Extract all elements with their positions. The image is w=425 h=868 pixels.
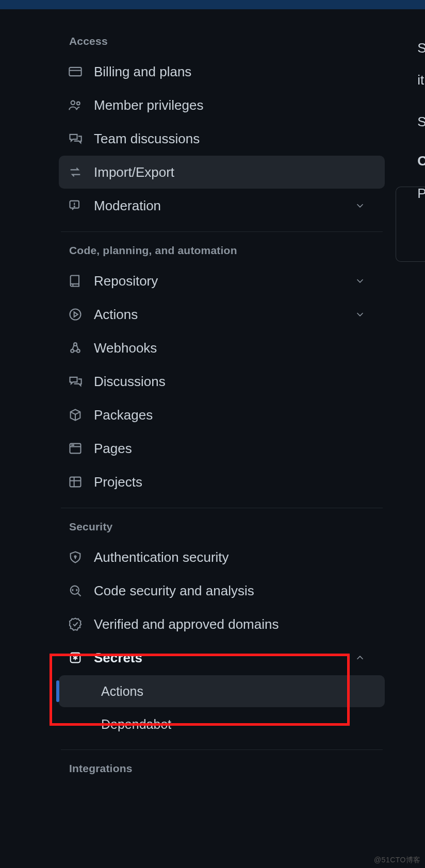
label: Verified and approved domains — [94, 617, 279, 631]
sidebar-item-member-privileges[interactable]: Member privileges — [59, 89, 385, 122]
section-header-integrations: Integrations — [52, 754, 392, 782]
section-header-code: Code, planning, and automation — [52, 236, 392, 264]
package-icon — [68, 408, 83, 422]
chevron-up-icon — [353, 652, 367, 663]
frag: it — [417, 64, 425, 96]
sidebar-item-actions[interactable]: Actions — [59, 298, 385, 331]
sidebar-item-team-discussions[interactable]: Team discussions — [59, 122, 385, 155]
sidebar-item-repository[interactable]: Repository — [59, 264, 385, 297]
label: Packages — [94, 408, 153, 422]
label: Member privileges — [94, 98, 203, 112]
label: Repository — [94, 274, 158, 288]
label: Webhooks — [94, 341, 157, 355]
sidebar-item-authentication-security[interactable]: Authentication security — [59, 541, 385, 574]
label: Actions — [101, 684, 143, 699]
label: Secrets — [94, 651, 142, 664]
label: Dependabot — [101, 717, 171, 732]
svg-point-18 — [74, 556, 76, 557]
sidebar-item-projects[interactable]: Projects — [59, 465, 385, 498]
credit-card-icon — [68, 64, 83, 79]
svg-rect-15 — [70, 477, 81, 487]
label: Billing and plans — [94, 65, 191, 78]
table-icon — [68, 475, 83, 489]
settings-sidebar: Access Billing and plans Member privileg… — [52, 9, 392, 782]
shield-lock-icon — [68, 550, 83, 564]
frag: S — [417, 106, 425, 138]
divider — [61, 508, 383, 508]
svg-point-13 — [72, 445, 72, 445]
sidebar-item-code-security[interactable]: Code security and analysis — [59, 574, 385, 607]
divider — [61, 231, 383, 232]
label: Moderation — [94, 199, 161, 212]
sidebar-subitem-secrets-actions[interactable]: Actions — [59, 675, 385, 707]
right-panel-edge — [396, 187, 425, 262]
svg-line-21 — [78, 593, 80, 596]
sidebar-subitem-secrets-dependabot[interactable]: Dependabot — [59, 708, 385, 740]
topbar — [0, 0, 425, 9]
frag: S — [417, 32, 425, 64]
sidebar-item-secrets[interactable]: Secrets — [59, 641, 385, 674]
svg-rect-0 — [69, 68, 81, 76]
key-asterisk-icon — [68, 650, 83, 665]
label: Pages — [94, 442, 132, 455]
label: Actions — [94, 308, 138, 321]
sidebar-item-verified-domains[interactable]: Verified and approved domains — [59, 608, 385, 641]
arrows-switch-icon — [68, 165, 83, 179]
watermark: @51CTO博客 — [374, 856, 421, 865]
codescan-icon — [68, 583, 83, 598]
sidebar-item-pages[interactable]: Pages — [59, 432, 385, 465]
svg-point-6 — [74, 206, 75, 207]
svg-point-9 — [77, 349, 80, 353]
svg-point-14 — [73, 445, 74, 445]
label: Projects — [94, 475, 142, 489]
chevron-down-icon — [353, 309, 367, 320]
svg-point-3 — [77, 102, 80, 105]
comment-discussion-icon — [68, 374, 83, 389]
frag: C — [417, 145, 425, 177]
people-icon — [68, 98, 83, 112]
svg-point-7 — [70, 309, 81, 320]
verified-icon — [68, 617, 83, 631]
section-header-access: Access — [52, 27, 392, 55]
sidebar-item-moderation[interactable]: Moderation — [59, 189, 385, 222]
sidebar-item-webhooks[interactable]: Webhooks — [59, 331, 385, 364]
svg-point-2 — [71, 101, 75, 105]
label: Discussions — [94, 375, 166, 388]
repo-icon — [68, 274, 83, 288]
webhook-icon — [68, 341, 83, 355]
sidebar-item-packages[interactable]: Packages — [59, 398, 385, 431]
svg-point-8 — [71, 349, 74, 353]
label: Import/Export — [94, 165, 174, 179]
sidebar-item-import-export[interactable]: Import/Export — [59, 156, 385, 189]
label: Authentication security — [94, 550, 229, 564]
label: Team discussions — [94, 132, 200, 145]
divider — [61, 749, 383, 750]
sidebar-item-discussions[interactable]: Discussions — [59, 365, 385, 398]
section-header-security: Security — [52, 512, 392, 540]
chevron-down-icon — [353, 200, 367, 211]
right-clipped-text: S it S C P — [417, 32, 425, 209]
chevron-down-icon — [353, 275, 367, 287]
sidebar-item-billing[interactable]: Billing and plans — [59, 55, 385, 88]
play-circle-icon — [68, 307, 83, 322]
report-icon — [68, 198, 83, 213]
browser-icon — [68, 441, 83, 456]
label: Code security and analysis — [94, 584, 254, 597]
comment-discussion-icon — [68, 131, 83, 146]
